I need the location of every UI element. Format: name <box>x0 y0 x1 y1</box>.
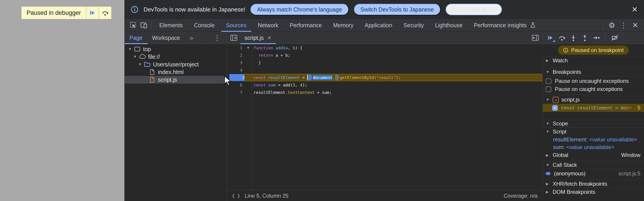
line-number[interactable]: 4 <box>227 66 244 74</box>
tab-page[interactable]: Page <box>130 32 142 44</box>
step-out-button[interactable] <box>580 33 589 42</box>
section-scope[interactable]: ▼ Scope <box>543 120 644 128</box>
fold-column <box>244 59 252 66</box>
tab-performance[interactable]: Performance <box>284 19 328 32</box>
chevron-down-icon: ▼ <box>546 70 550 74</box>
chevron-down-icon[interactable]: ▼ <box>133 55 138 59</box>
more-tabs-icon[interactable]: » <box>190 34 192 42</box>
resume-button[interactable] <box>546 33 555 42</box>
mouse-cursor <box>224 76 233 88</box>
dont-show-again-button[interactable]: Don't show again <box>446 4 502 15</box>
section-dom-breakpoints[interactable]: ▶ DOM Breakpoints <box>543 188 644 196</box>
call-stack-frame[interactable]: (anonymous) script.js:5 <box>543 169 644 178</box>
token: ( <box>283 46 285 50</box>
tab-elements[interactable]: Elements <box>154 19 188 32</box>
continue-to-here-marker-icon[interactable] <box>308 75 312 80</box>
checkbox-unchecked[interactable] <box>546 86 551 92</box>
inspect-element-icon[interactable] <box>128 20 138 30</box>
more-options-icon[interactable]: ⋮ <box>618 20 629 30</box>
variable-value: <value unavailable> <box>589 136 637 143</box>
step-over-button[interactable] <box>557 33 566 42</box>
chevron-down-icon[interactable]: ▼ <box>128 47 133 51</box>
paused-banner-label: Paused in debugger <box>22 7 86 19</box>
code-line-content <box>244 66 542 74</box>
folder-icon <box>143 61 151 68</box>
pause-caught-exceptions-row[interactable]: Pause on caught exceptions <box>543 85 644 93</box>
code-line-content: resultElement.textContent = sum; <box>244 89 542 96</box>
infobar-close-icon[interactable]: ✕ <box>632 6 638 13</box>
tree-item-script-js[interactable]: script.js <box>125 76 227 84</box>
tab-memory[interactable]: Memory <box>328 19 359 32</box>
switch-devtools-japanese-button[interactable]: Switch DevTools to Japanese <box>354 4 441 15</box>
tab-console[interactable]: Console <box>188 19 220 32</box>
step-into-button[interactable] <box>569 33 578 42</box>
line-number[interactable]: 1 <box>227 44 244 52</box>
close-tab-icon[interactable]: ✕ <box>267 35 272 40</box>
scope-variable-row[interactable]: resultElement <value unavailable> <box>543 136 644 144</box>
device-toolbar-icon[interactable] <box>138 20 149 30</box>
tab-application[interactable]: Application <box>359 19 398 32</box>
code-editor[interactable]: 1▼function add(a, b) {2 return a + b;3 }… <box>227 44 542 190</box>
step-button[interactable] <box>592 33 601 42</box>
code-line-1[interactable]: 1▼function add(a, b) { <box>227 44 542 52</box>
scope-script-section[interactable]: ▼ Script <box>543 128 644 136</box>
scope-global-section[interactable]: ▶ Global Window <box>543 151 644 159</box>
devtools-close-icon[interactable]: ✕ <box>630 20 640 30</box>
code-line-3[interactable]: 3 } <box>227 59 542 66</box>
breakpoint-file-group[interactable]: ▼ ‹› script.js <box>543 96 644 104</box>
breakpoint-entry[interactable]: ✓ const resultElement = doc⋯ 5 <box>543 104 644 112</box>
code-line-2[interactable]: 2 return a + b; <box>227 52 542 59</box>
tab-workspace[interactable]: Workspace <box>152 32 180 44</box>
frame-name: (anonymous) <box>554 170 586 177</box>
tree-item-top[interactable]: ▼top <box>125 45 227 53</box>
hide-navigator-icon[interactable] <box>229 33 239 43</box>
checkbox-unchecked[interactable] <box>546 78 551 84</box>
step-over-button[interactable] <box>98 7 111 19</box>
hide-debugger-sidebar-icon[interactable] <box>530 33 540 43</box>
section-watch[interactable]: ▶ Watch <box>543 56 644 64</box>
cloud-icon <box>138 53 146 60</box>
navigator-menu-icon[interactable]: ⋮ <box>214 34 227 42</box>
code-line-7[interactable]: 7resultElement.textContent = sum; <box>227 89 542 96</box>
tab-network[interactable]: Network <box>252 19 284 32</box>
code-line-6[interactable]: 6const sum = add(3, 4); <box>227 81 542 89</box>
editor-tab-script-js[interactable]: script.js ✕ <box>240 32 276 44</box>
chevron-down-icon: ▼ <box>546 163 550 167</box>
settings-gear-icon[interactable]: ⚙ <box>607 20 617 30</box>
token: = sum; <box>314 90 332 95</box>
editor-tabbar: script.js ✕ <box>227 32 542 44</box>
section-xhr-breakpoints[interactable]: ▶ XHR/fetch Breakpoints <box>543 180 644 188</box>
line-number[interactable]: 3 <box>227 59 244 66</box>
scope-variable-row[interactable]: sum <value unavailable> <box>543 144 644 151</box>
resume-script-button[interactable] <box>86 7 98 19</box>
tab-performance-insights[interactable]: Performance insights <box>468 19 542 32</box>
line-number[interactable]: 2 <box>227 52 244 59</box>
file-icon <box>148 68 156 76</box>
section-call-stack[interactable]: ▼ Call Stack <box>543 161 644 169</box>
token: ) { <box>295 46 302 50</box>
tree-item-users-user-project[interactable]: ▼Users/user/project <box>125 60 227 68</box>
checkbox-checked[interactable]: ✓ <box>552 105 558 111</box>
code-text <box>252 66 254 74</box>
line-number[interactable]: 7 <box>227 89 244 96</box>
tab-lighthouse[interactable]: Lighthouse <box>429 19 468 32</box>
webpage-viewport: Paused in debugger <box>0 0 124 201</box>
tree-item-file-[interactable]: ▼file:// <box>125 53 227 60</box>
always-match-language-button[interactable]: Always match Chrome's language <box>250 4 348 15</box>
pretty-print-button[interactable]: { } <box>232 193 240 198</box>
fold-column <box>244 89 252 96</box>
deactivate-breakpoints-button[interactable] <box>610 33 620 42</box>
paused-in-debugger-banner: Paused in debugger <box>21 6 112 19</box>
tree-item-index-html[interactable]: index.html <box>125 68 227 76</box>
pause-uncaught-exceptions-row[interactable]: Pause on uncaught exceptions <box>543 77 644 85</box>
code-line-5[interactable]: 5const resultElement = document.getEleme… <box>227 74 542 81</box>
continue-to-here-marker-icon[interactable] <box>335 75 339 80</box>
token: resultElement. <box>254 90 288 95</box>
token: 3 <box>292 82 295 87</box>
section-breakpoints[interactable]: ▼ Breakpoints <box>543 68 644 76</box>
tab-security[interactable]: Security <box>398 19 429 32</box>
fold-arrow-icon[interactable]: ▼ <box>244 44 252 52</box>
code-line-4[interactable]: 4 <box>227 66 542 74</box>
chevron-down-icon[interactable]: ▼ <box>138 62 143 66</box>
tab-sources[interactable]: Sources <box>220 19 252 32</box>
